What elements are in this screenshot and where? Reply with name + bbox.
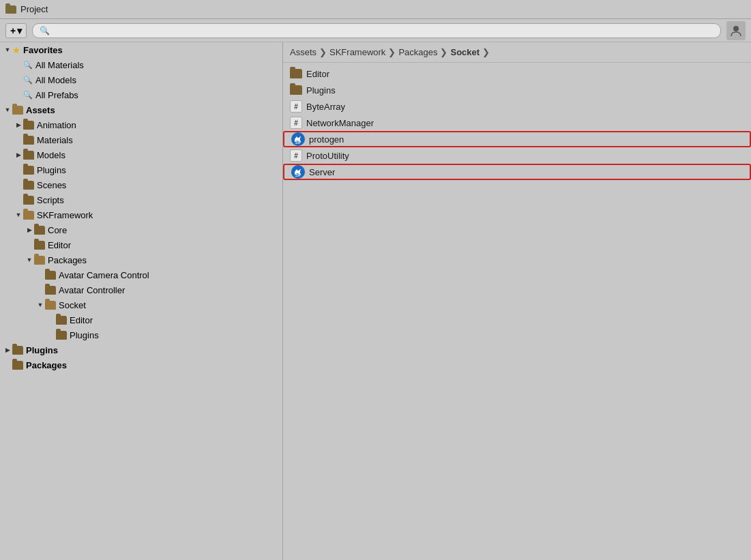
project-panel: Project + ▾ 🔍 ▼ ★ Favorites (0, 0, 751, 560)
editor-sf-folder-icon (34, 241, 45, 250)
scenes-label: Scenes (37, 180, 66, 190)
core-arrow: ▶ (25, 225, 34, 235)
plugins-assets-label: Plugins (37, 165, 66, 175)
title-bar-left: Project (5, 4, 48, 14)
add-chevron: ▾ (17, 25, 22, 36)
sidebar-item-all-models[interactable]: 🔍 All Models (0, 72, 282, 87)
sidebar-item-packages[interactable]: ▼ Packages (0, 252, 282, 267)
models-arrow: ▶ (14, 150, 23, 160)
sidebar-item-materials[interactable]: Materials (0, 132, 282, 147)
file-label-server: Server (309, 167, 335, 177)
socket-arrow: ▼ (35, 300, 45, 310)
packages-root-folder-icon (12, 361, 23, 370)
models-folder-icon (23, 151, 34, 160)
animation-folder-icon (23, 121, 34, 130)
file-label-plugins: Plugins (306, 85, 336, 95)
search-box[interactable]: 🔍 (32, 23, 721, 38)
add-button[interactable]: + ▾ (5, 23, 27, 38)
cs-icon-networkmanager: # (290, 117, 302, 129)
assets-arrow: ▼ (3, 105, 12, 115)
zip-bird-svg (294, 136, 302, 143)
account-icon (730, 25, 742, 37)
main-content: ▼ ★ Favorites 🔍 All Materials 🔍 All Mode… (0, 42, 751, 560)
plugins-root-label: Plugins (26, 345, 58, 355)
breadcrumb-skframework[interactable]: SKFramework (329, 47, 385, 57)
filter-icon-2: 🔍 (23, 75, 33, 85)
materials-folder-icon (23, 136, 34, 145)
file-item-protogen[interactable]: protogen (283, 131, 751, 147)
sidebar-item-socket[interactable]: ▼ Socket (0, 297, 282, 312)
file-label-protoutility: ProtoUtility (306, 151, 349, 161)
assets-folder-icon (12, 106, 23, 115)
packages-folder-icon (34, 256, 45, 265)
avatar-camera-folder-icon (45, 271, 56, 280)
breadcrumb-assets[interactable]: Assets (290, 47, 316, 57)
scripts-label: Scripts (37, 195, 64, 205)
avatar-button[interactable] (726, 21, 746, 40)
sidebar-item-avatar-camera-control[interactable]: Avatar Camera Control (0, 267, 282, 282)
breadcrumb-packages[interactable]: Packages (398, 47, 437, 57)
breadcrumb-sep-2: ❯ (388, 47, 396, 57)
avatar-controller-folder-icon (45, 286, 56, 295)
zip-icon-server (291, 165, 305, 179)
socket-label: Socket (59, 300, 86, 310)
right-panel: Assets ❯ SKFramework ❯ Packages ❯ Socket… (283, 42, 751, 560)
cs-icon-bytearray: # (290, 100, 302, 113)
file-folder-icon-editor (290, 69, 302, 78)
scripts-folder-icon (23, 196, 34, 205)
sidebar-item-scripts[interactable]: Scripts (0, 192, 282, 207)
sidebar-item-favorites[interactable]: ▼ ★ Favorites (0, 42, 282, 57)
breadcrumb-sep-1: ❯ (319, 47, 327, 57)
plugins-assets-folder-icon (23, 166, 34, 175)
file-item-server[interactable]: Server (283, 164, 751, 180)
all-models-label: All Models (35, 75, 76, 85)
plugins-root-arrow: ▶ (3, 345, 12, 355)
toolbar: + ▾ 🔍 (0, 19, 751, 42)
sidebar-item-plugins-sock[interactable]: Plugins (0, 327, 282, 342)
sidebar-item-avatar-controller[interactable]: Avatar Controller (0, 282, 282, 297)
breadcrumb-socket[interactable]: Socket (450, 47, 480, 57)
file-item-networkmanager[interactable]: # NetworkManager (283, 115, 751, 131)
file-folder-icon-plugins (290, 85, 302, 95)
materials-label: Materials (37, 135, 73, 145)
sidebar-item-animation[interactable]: ▶ Animation (0, 117, 282, 132)
search-icon: 🔍 (40, 26, 50, 35)
breadcrumb-sep-3: ❯ (440, 47, 447, 57)
favorites-arrow: ▼ (3, 45, 12, 55)
scenes-folder-icon (23, 181, 34, 190)
file-label-protogen: protogen (309, 134, 344, 145)
editor-sf-label: Editor (48, 240, 71, 250)
animation-label: Animation (37, 120, 76, 130)
core-label: Core (48, 225, 67, 235)
sidebar-item-core[interactable]: ▶ Core (0, 222, 282, 237)
sidebar-item-all-prefabs[interactable]: 🔍 All Prefabs (0, 87, 282, 102)
editor-sock-label: Editor (70, 315, 93, 325)
file-item-editor[interactable]: Editor (283, 65, 751, 82)
file-label-networkmanager: NetworkManager (306, 118, 374, 128)
sidebar-item-plugins-assets[interactable]: Plugins (0, 162, 282, 177)
sidebar-item-models[interactable]: ▶ Models (0, 147, 282, 162)
file-item-bytearray[interactable]: # ByteArray (283, 98, 751, 115)
plugins-sock-label: Plugins (70, 330, 99, 340)
sidebar-item-editor-sock[interactable]: Editor (0, 312, 282, 327)
avatar-camera-label: Avatar Camera Control (59, 270, 149, 280)
file-label-editor: Editor (306, 69, 329, 79)
plugins-sock-folder-icon (56, 331, 67, 340)
sidebar-item-plugins-root[interactable]: ▶ Plugins (0, 342, 282, 357)
sidebar-item-scenes[interactable]: Scenes (0, 177, 282, 192)
skframework-label: SKFramework (37, 210, 93, 220)
sidebar-item-editor-sf[interactable]: Editor (0, 237, 282, 252)
left-panel: ▼ ★ Favorites 🔍 All Materials 🔍 All Mode… (0, 42, 283, 560)
sidebar-item-skframework[interactable]: ▼ SKFramework (0, 207, 282, 222)
file-list: Editor Plugins # ByteArray # NetworkMana… (283, 63, 751, 560)
breadcrumb-sep-4: ❯ (482, 47, 490, 57)
all-materials-label: All Materials (35, 60, 84, 70)
file-item-plugins[interactable]: Plugins (283, 82, 751, 98)
sidebar-item-all-materials[interactable]: 🔍 All Materials (0, 57, 282, 72)
sidebar-item-assets[interactable]: ▼ Assets (0, 102, 282, 117)
breadcrumb-bar: Assets ❯ SKFramework ❯ Packages ❯ Socket… (283, 42, 751, 63)
filter-icon: 🔍 (23, 60, 33, 70)
packages-arrow: ▼ (25, 255, 34, 265)
sidebar-item-packages-root[interactable]: Packages (0, 357, 282, 372)
file-item-protoutility[interactable]: # ProtoUtility (283, 147, 751, 164)
